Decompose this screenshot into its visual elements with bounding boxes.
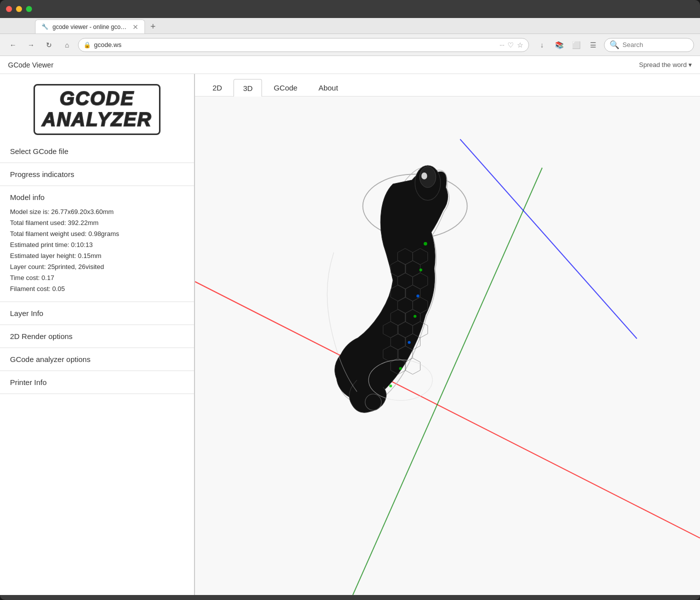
model-info-content: Model size is: 26.77x69.20x3.60mm Total … (10, 206, 184, 295)
svg-point-34 (399, 367, 402, 370)
spread-word-button[interactable]: Spread the word ▾ (639, 61, 692, 68)
hamburger-icon[interactable]: ☰ (586, 38, 600, 52)
new-tab-button[interactable]: + (147, 20, 159, 32)
sidebar-item-printer-info[interactable]: Printer Info (0, 371, 194, 394)
main-content: 2D 3D GCode About (195, 74, 700, 595)
layer-count: Layer count: 25printed, 26visited (10, 262, 184, 272)
window-bottom (0, 595, 700, 600)
reload-button[interactable]: ↻ (42, 38, 56, 52)
toolbar-icons: ↓ 📚 ⬜ ☰ (535, 38, 600, 52)
logo-area: GCODE ANALYZER (0, 74, 194, 140)
view-tabs: 2D 3D GCode About (195, 74, 700, 96)
svg-point-28 (365, 394, 381, 410)
sidebar-item-select-gcode[interactable]: Select GCode file (0, 140, 194, 163)
time-cost: Time cost: 0.17 (10, 272, 184, 284)
search-box[interactable]: 🔍 (604, 38, 694, 52)
download-icon[interactable]: ↓ (535, 38, 549, 52)
window-chrome (0, 0, 700, 18)
app-container: GCODE ANALYZER Select GCode file Progres… (0, 74, 700, 595)
back-button[interactable]: ← (6, 38, 20, 52)
model-size: Model size is: 26.77x69.20x3.60mm (10, 206, 184, 218)
heart-icon[interactable]: ♡ (508, 41, 514, 49)
svg-point-31 (416, 294, 420, 298)
minimize-button[interactable] (16, 6, 22, 12)
sidebar-item-layer-info[interactable]: Layer Info (0, 302, 194, 325)
model-3d-svg (275, 136, 555, 426)
tab-close-icon[interactable]: ✕ (132, 24, 138, 30)
site-name: GCode Viewer (8, 61, 54, 69)
filament-weight: Total filament weight used: 0.98grams (10, 228, 184, 240)
tab-title: gcode viewer - online gcode vie... (52, 24, 128, 30)
address-bar[interactable]: 🔒 gcode.ws ··· ♡ ☆ (78, 38, 529, 52)
tab-favicon-icon: 🔧 (42, 24, 48, 30)
fullscreen-button[interactable] (26, 6, 32, 12)
site-bar: GCode Viewer Spread the word ▾ (0, 56, 700, 74)
svg-point-35 (389, 384, 392, 388)
svg-point-27 (422, 172, 428, 180)
sidebar-item-gcode-options[interactable]: GCode analyzer options (0, 348, 194, 371)
star-icon[interactable]: ☆ (517, 41, 524, 49)
tab-2d[interactable]: 2D (203, 79, 232, 96)
tab-3d[interactable]: 3D (234, 79, 262, 96)
sidebar-model-info-title: Model info (10, 193, 184, 202)
logo-line1: GCODE (42, 88, 152, 110)
tab-gcode[interactable]: GCode (264, 79, 307, 96)
print-time: Estimated print time: 0:10:13 (10, 240, 184, 250)
sidebar: GCODE ANALYZER Select GCode file Progres… (0, 74, 195, 595)
svg-point-30 (420, 268, 422, 272)
layer-height: Estimated layer height: 0.15mm (10, 250, 184, 262)
reader-view-icon[interactable]: ⬜ (569, 38, 583, 52)
svg-point-32 (414, 315, 416, 318)
close-button[interactable] (6, 6, 12, 12)
svg-point-33 (408, 341, 411, 344)
home-button[interactable]: ⌂ (60, 38, 74, 52)
search-icon: 🔍 (610, 40, 620, 50)
sidebar-item-progress-indicators[interactable]: Progress indicators (0, 163, 194, 186)
lock-icon: 🔒 (84, 42, 91, 48)
search-input[interactable] (622, 41, 682, 48)
logo-line2: ANALYZER (42, 110, 152, 130)
filament-cost: Filament cost: 0.05 (10, 284, 184, 294)
sidebar-item-render-options[interactable]: 2D Render options (0, 325, 194, 348)
sidebar-section-model-info: Model info Model size is: 26.77x69.20x3.… (0, 186, 194, 302)
viewport-3d[interactable] (195, 96, 700, 595)
address-text: gcode.ws (94, 41, 496, 48)
menu-dots: ··· (500, 42, 504, 48)
filament-used: Total filament used: 392.22mm (10, 218, 184, 228)
browser-toolbar: ← → ↻ ⌂ 🔒 gcode.ws ··· ♡ ☆ ↓ 📚 ⬜ ☰ 🔍 (0, 34, 700, 56)
library-icon[interactable]: 📚 (552, 38, 566, 52)
browser-tab-bar: 🔧 gcode viewer - online gcode vie... ✕ + (0, 18, 700, 34)
logo-box: GCODE ANALYZER (34, 84, 160, 135)
forward-button[interactable]: → (24, 38, 38, 52)
svg-point-29 (424, 242, 427, 246)
browser-tab-active[interactable]: 🔧 gcode viewer - online gcode vie... ✕ (35, 20, 145, 34)
tab-about[interactable]: About (309, 79, 348, 96)
